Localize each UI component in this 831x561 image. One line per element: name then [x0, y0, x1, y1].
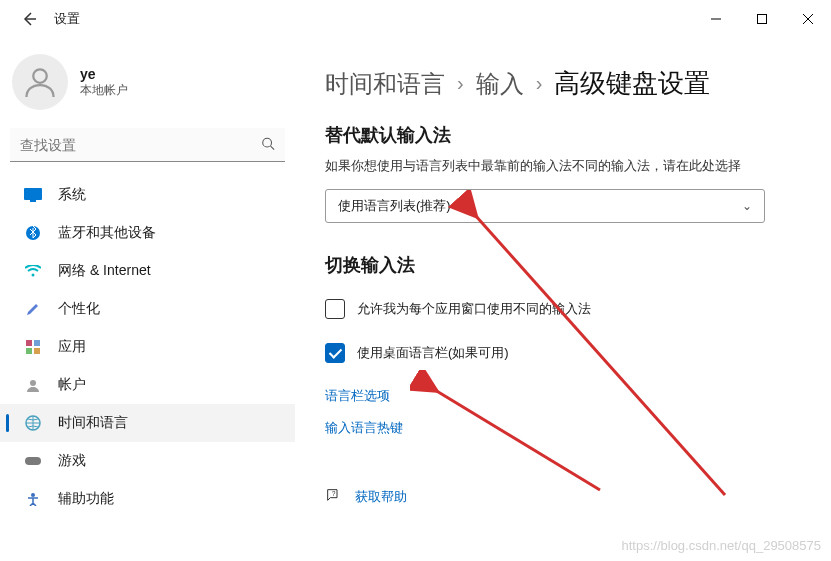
sidebar-item-label: 系统	[58, 186, 86, 204]
override-title: 替代默认输入法	[325, 123, 791, 147]
person-icon	[22, 64, 58, 100]
sidebar-item-label: 网络 & Internet	[58, 262, 151, 280]
svg-point-19	[31, 493, 35, 497]
breadcrumb-current: 高级键盘设置	[554, 66, 710, 101]
minimize-button[interactable]	[693, 3, 739, 35]
close-icon	[803, 14, 813, 24]
desktop-bar-checkbox[interactable]	[325, 343, 345, 363]
sidebar-item-accessibility[interactable]: 辅助功能	[0, 480, 295, 518]
search-input[interactable]	[10, 128, 285, 162]
desktop-bar-label: 使用桌面语言栏(如果可用)	[357, 344, 509, 362]
window-title: 设置	[54, 10, 80, 28]
gaming-icon	[24, 452, 42, 470]
profile-name: ye	[80, 66, 128, 82]
sidebar-item-time-language[interactable]: 时间和语言	[0, 404, 295, 442]
svg-rect-13	[34, 340, 40, 346]
sidebar: ye 本地帐户 系统 蓝牙和其他设备 网络 & Internet	[0, 38, 295, 561]
language-bar-options-link[interactable]: 语言栏选项	[325, 387, 791, 405]
allow-per-app-checkbox[interactable]	[325, 299, 345, 319]
sidebar-item-personalization[interactable]: 个性化	[0, 290, 295, 328]
svg-rect-14	[26, 348, 32, 354]
dropdown-value: 使用语言列表(推荐)	[338, 197, 451, 215]
svg-point-11	[32, 274, 35, 277]
back-button[interactable]	[14, 4, 44, 34]
bluetooth-icon	[24, 224, 42, 242]
accessibility-icon	[24, 490, 42, 508]
svg-rect-9	[30, 200, 36, 202]
close-button[interactable]	[785, 3, 831, 35]
sidebar-item-system[interactable]: 系统	[0, 176, 295, 214]
maximize-icon	[757, 14, 767, 24]
search-icon	[261, 137, 275, 154]
switch-title: 切换输入法	[325, 253, 791, 277]
allow-per-app-row: 允许我为每个应用窗口使用不同的输入法	[325, 299, 791, 319]
sidebar-item-label: 游戏	[58, 452, 86, 470]
minimize-icon	[711, 14, 721, 24]
window-controls	[693, 3, 831, 35]
chevron-right-icon: ›	[536, 72, 543, 95]
breadcrumb-time-language[interactable]: 时间和语言	[325, 68, 445, 100]
sidebar-item-bluetooth[interactable]: 蓝牙和其他设备	[0, 214, 295, 252]
sidebar-item-apps[interactable]: 应用	[0, 328, 295, 366]
accounts-icon	[24, 376, 42, 394]
chevron-down-icon: ⌄	[742, 199, 752, 213]
brush-icon	[24, 300, 42, 318]
svg-rect-12	[26, 340, 32, 346]
breadcrumb-input[interactable]: 输入	[476, 68, 524, 100]
nav: 系统 蓝牙和其他设备 网络 & Internet 个性化 应用 帐户	[0, 176, 295, 518]
svg-point-5	[33, 69, 47, 83]
arrow-left-icon	[21, 11, 37, 27]
help-icon: ?	[325, 487, 341, 507]
profile[interactable]: ye 本地帐户	[0, 54, 295, 128]
main: 时间和语言 › 输入 › 高级键盘设置 替代默认输入法 如果你想使用与语言列表中…	[295, 38, 831, 561]
default-ime-dropdown[interactable]: 使用语言列表(推荐) ⌄	[325, 189, 765, 223]
sidebar-item-accounts[interactable]: 帐户	[0, 366, 295, 404]
chevron-right-icon: ›	[457, 72, 464, 95]
system-icon	[24, 186, 42, 204]
svg-rect-18	[25, 457, 41, 465]
profile-subtitle: 本地帐户	[80, 82, 128, 99]
svg-point-16	[30, 380, 36, 386]
sidebar-item-label: 帐户	[58, 376, 86, 394]
sidebar-item-label: 辅助功能	[58, 490, 114, 508]
svg-text:?: ?	[332, 490, 336, 497]
globe-clock-icon	[24, 414, 42, 432]
svg-point-6	[263, 138, 272, 147]
input-hotkeys-link[interactable]: 输入语言热键	[325, 419, 791, 437]
svg-rect-15	[34, 348, 40, 354]
avatar	[12, 54, 68, 110]
watermark: https://blog.csdn.net/qq_29508575	[622, 538, 822, 553]
search-wrap	[10, 128, 285, 162]
titlebar: 设置	[0, 0, 831, 38]
sidebar-item-label: 个性化	[58, 300, 100, 318]
sidebar-item-network[interactable]: 网络 & Internet	[0, 252, 295, 290]
sidebar-item-label: 蓝牙和其他设备	[58, 224, 156, 242]
wifi-icon	[24, 262, 42, 280]
apps-icon	[24, 338, 42, 356]
sidebar-item-label: 应用	[58, 338, 86, 356]
get-help-row[interactable]: ? 获取帮助	[325, 487, 791, 507]
allow-per-app-label: 允许我为每个应用窗口使用不同的输入法	[357, 300, 591, 318]
sidebar-item-label: 时间和语言	[58, 414, 128, 432]
sidebar-item-gaming[interactable]: 游戏	[0, 442, 295, 480]
maximize-button[interactable]	[739, 3, 785, 35]
profile-info: ye 本地帐户	[80, 66, 128, 99]
svg-line-7	[271, 146, 275, 150]
svg-rect-8	[24, 188, 42, 200]
desktop-bar-row: 使用桌面语言栏(如果可用)	[325, 343, 791, 363]
svg-rect-2	[758, 15, 767, 24]
get-help-label: 获取帮助	[355, 488, 407, 506]
breadcrumb: 时间和语言 › 输入 › 高级键盘设置	[325, 66, 791, 101]
override-subtitle: 如果你想使用与语言列表中最靠前的输入法不同的输入法，请在此处选择	[325, 157, 791, 175]
